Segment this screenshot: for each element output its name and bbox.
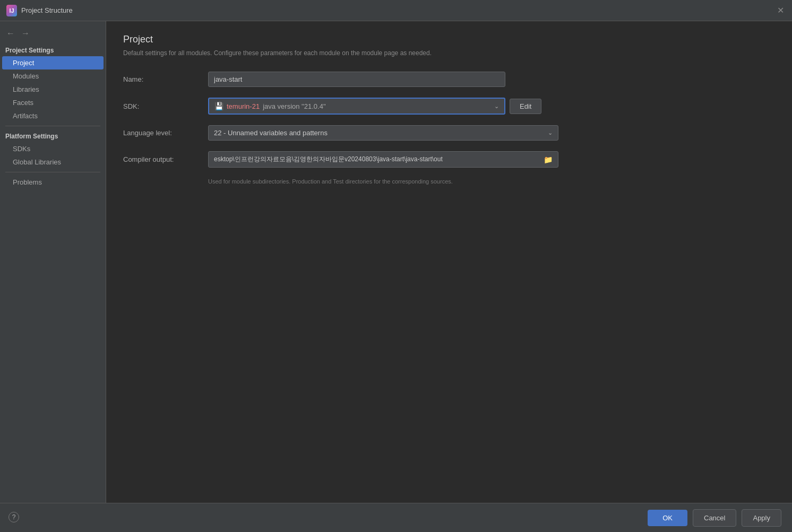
language-level-row: Language level: 22 - Unnamed variables a… xyxy=(123,125,775,141)
app-icon: IJ xyxy=(6,5,17,16)
sidebar-divider-2 xyxy=(5,172,100,172)
cancel-button[interactable]: Cancel xyxy=(693,509,736,527)
content-title: Project xyxy=(123,34,775,45)
sidebar-item-facets[interactable]: Facets xyxy=(2,96,104,109)
chevron-down-icon: ⌄ xyxy=(494,103,499,110)
sidebar-divider xyxy=(5,126,100,126)
main-layout: ← → Project Settings Project Modules Lib… xyxy=(0,21,792,532)
sdk-label: SDK: xyxy=(123,102,208,110)
compiler-output-input[interactable]: esktop\인프런강의자료모음\김영한의자바입문v20240803\java-… xyxy=(208,151,558,168)
ok-button[interactable]: OK xyxy=(648,510,687,526)
sdk-edit-button[interactable]: Edit xyxy=(510,99,541,114)
language-level-label: Language level: xyxy=(123,129,208,137)
compiler-output-row: Compiler output: esktop\인프런강의자료모음\김영한의자바… xyxy=(123,151,775,168)
help-button[interactable]: ? xyxy=(8,512,19,522)
platform-settings-section-label: Platform Settings xyxy=(0,129,106,142)
sidebar-item-modules[interactable]: Modules xyxy=(2,69,104,83)
project-settings-section-label: Project Settings xyxy=(0,43,106,56)
sdk-name: temurin-21 xyxy=(227,102,260,110)
nav-forward-button[interactable]: → xyxy=(19,28,32,39)
window-title: Project Structure xyxy=(21,6,73,14)
sdk-dropdown[interactable]: 💾 temurin-21 java version "21.0.4" ⌄ xyxy=(208,98,505,115)
name-row: Name: xyxy=(123,72,775,87)
language-level-value: 22 - Unnamed variables and patterns xyxy=(214,129,328,137)
sdk-row: SDK: 💾 temurin-21 java version "21.0.4" … xyxy=(123,98,775,115)
sidebar-item-libraries[interactable]: Libraries xyxy=(2,83,104,96)
sidebar-item-artifacts[interactable]: Artifacts xyxy=(2,109,104,123)
apply-button[interactable]: Apply xyxy=(742,509,781,527)
sidebar-item-problems[interactable]: Problems xyxy=(2,176,104,189)
sdk-version: java version "21.0.4" xyxy=(263,102,325,110)
compiler-note: Used for module subdirectories. Producti… xyxy=(208,178,775,185)
nav-back-fwd: ← → xyxy=(0,25,106,43)
sidebar: ← → Project Settings Project Modules Lib… xyxy=(0,21,106,532)
lang-chevron-icon: ⌄ xyxy=(548,129,553,136)
compiler-output-path: esktop\인프런강의자료모음\김영한의자바입문v20240803\java-… xyxy=(214,155,443,164)
sdk-dropdown-icon: 💾 xyxy=(214,102,223,110)
close-button[interactable]: ✕ xyxy=(775,5,786,16)
sidebar-item-global-libraries[interactable]: Global Libraries xyxy=(2,155,104,169)
content-area: Project Default settings for all modules… xyxy=(106,21,792,532)
language-level-dropdown[interactable]: 22 - Unnamed variables and patterns ⌄ xyxy=(208,125,558,141)
sidebar-item-sdks[interactable]: SDKs xyxy=(2,142,104,155)
title-bar: IJ Project Structure ✕ xyxy=(0,0,792,21)
folder-icon[interactable]: 📁 xyxy=(544,155,553,164)
bottom-bar: ? OK Cancel Apply xyxy=(0,503,792,532)
name-input[interactable] xyxy=(208,72,505,87)
content-subtitle: Default settings for all modules. Config… xyxy=(123,49,775,57)
nav-back-button[interactable]: ← xyxy=(4,28,17,39)
compiler-output-label: Compiler output: xyxy=(123,155,208,163)
sidebar-item-project[interactable]: Project xyxy=(2,56,104,69)
name-label: Name: xyxy=(123,75,208,83)
